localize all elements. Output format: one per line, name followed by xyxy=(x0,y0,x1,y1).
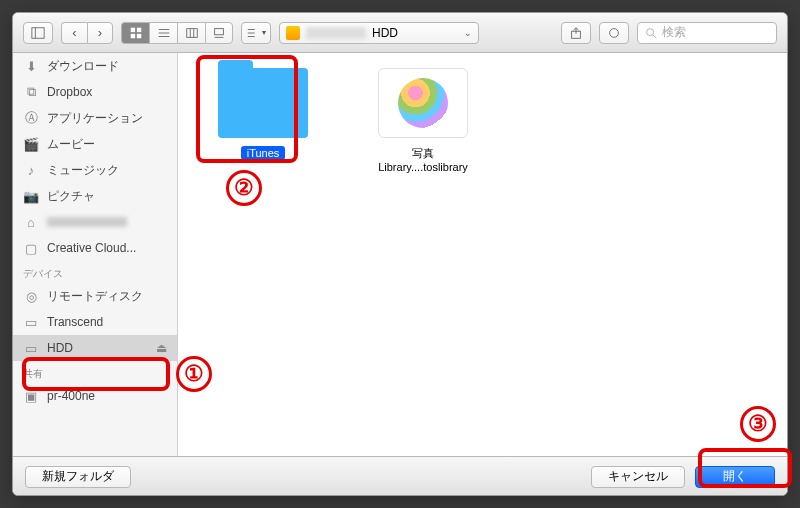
path-selector[interactable]: HDD ⌄ xyxy=(279,22,479,44)
sidebar-item-home[interactable]: ⌂ xyxy=(13,209,177,235)
search-placeholder: 検索 xyxy=(662,24,686,41)
picture-icon: 📷 xyxy=(23,188,39,204)
view-group xyxy=(121,22,233,44)
apps-icon: Ⓐ xyxy=(23,110,39,126)
folder-icon: ▢ xyxy=(23,240,39,256)
cancel-button[interactable]: キャンセル xyxy=(591,466,685,488)
svg-rect-9 xyxy=(186,28,197,37)
drive-icon xyxy=(286,26,300,40)
chevron-updown-icon: ⌄ xyxy=(464,28,472,38)
eject-icon[interactable]: ⏏ xyxy=(156,341,167,355)
svg-rect-4 xyxy=(130,33,134,37)
home-icon: ⌂ xyxy=(23,214,39,230)
column-view-button[interactable] xyxy=(177,22,205,44)
file-grid[interactable]: iTunes 写真 Library....toslibrary xyxy=(178,53,787,456)
svg-rect-12 xyxy=(215,28,224,34)
svg-rect-5 xyxy=(136,33,140,37)
drive-icon: ▭ xyxy=(23,340,39,356)
new-folder-button[interactable]: 新規フォルダ xyxy=(25,466,131,488)
disc-icon: ◎ xyxy=(23,288,39,304)
svg-line-20 xyxy=(653,34,657,38)
movie-icon: 🎬 xyxy=(23,136,39,152)
icon-view-button[interactable] xyxy=(121,22,149,44)
sidebar-item-applications[interactable]: Ⓐアプリケーション xyxy=(13,105,177,131)
svg-point-18 xyxy=(610,28,619,37)
tags-button[interactable] xyxy=(599,22,629,44)
sidebar-item-transcend[interactable]: ▭Transcend xyxy=(13,309,177,335)
search-icon xyxy=(644,26,658,40)
net-icon: ▣ xyxy=(23,388,39,404)
file-photos-library[interactable]: 写真 Library....toslibrary xyxy=(358,68,488,173)
drive-icon: ▭ xyxy=(23,314,39,330)
gallery-view-button[interactable] xyxy=(205,22,233,44)
list-view-button[interactable] xyxy=(149,22,177,44)
download-icon: ⬇ xyxy=(23,58,39,74)
search-input[interactable]: 検索 xyxy=(637,22,777,44)
finder-dialog: ‹ › ▾ HDD ⌄ 検索 ⬇ダウンロード ⧉Dropbox Ⓐアプリケーショ… xyxy=(12,12,788,496)
redacted-text xyxy=(47,217,127,227)
shared-header: 共有 xyxy=(13,361,177,383)
file-itunes-folder[interactable]: iTunes xyxy=(198,68,328,160)
svg-rect-0 xyxy=(32,27,44,38)
svg-rect-2 xyxy=(130,27,134,31)
main-area: ⬇ダウンロード ⧉Dropbox Ⓐアプリケーション 🎬ムービー ♪ミュージック… xyxy=(13,53,787,456)
svg-point-19 xyxy=(647,28,654,35)
sidebar-item-hdd[interactable]: ▭HDD⏏ xyxy=(13,335,177,361)
sidebar-item-remote-disk[interactable]: ◎リモートディスク xyxy=(13,283,177,309)
svg-rect-3 xyxy=(136,27,140,31)
music-icon: ♪ xyxy=(23,162,39,178)
dropbox-icon: ⧉ xyxy=(23,84,39,100)
sidebar-item-dropbox[interactable]: ⧉Dropbox xyxy=(13,79,177,105)
sidebar: ⬇ダウンロード ⧉Dropbox Ⓐアプリケーション 🎬ムービー ♪ミュージック… xyxy=(13,53,178,456)
sidebar-item-creative-cloud[interactable]: ▢Creative Cloud... xyxy=(13,235,177,261)
nav-group: ‹ › xyxy=(61,22,113,44)
open-button[interactable]: 開く xyxy=(695,466,775,488)
toolbar: ‹ › ▾ HDD ⌄ 検索 xyxy=(13,13,787,53)
devices-header: デバイス xyxy=(13,261,177,283)
file-label: iTunes xyxy=(241,146,286,160)
forward-button[interactable]: › xyxy=(87,22,113,44)
folder-icon xyxy=(218,68,308,138)
back-button[interactable]: ‹ xyxy=(61,22,87,44)
share-button[interactable] xyxy=(561,22,591,44)
sidebar-item-downloads[interactable]: ⬇ダウンロード xyxy=(13,53,177,79)
sidebar-item-movies[interactable]: 🎬ムービー xyxy=(13,131,177,157)
dialog-footer: 新規フォルダ キャンセル 開く xyxy=(13,456,787,496)
arrange-dropdown[interactable]: ▾ xyxy=(241,22,271,44)
path-drive-label: HDD xyxy=(372,26,398,40)
sidebar-item-pictures[interactable]: 📷ピクチャ xyxy=(13,183,177,209)
redacted-text xyxy=(306,27,366,39)
sidebar-item-music[interactable]: ♪ミュージック xyxy=(13,157,177,183)
file-label-line2: Library....toslibrary xyxy=(358,161,488,173)
file-label-line1: 写真 xyxy=(358,146,488,161)
sidebar-item-pr400ne[interactable]: ▣pr-400ne xyxy=(13,383,177,409)
photos-library-icon xyxy=(378,68,468,138)
sidebar-toggle-button[interactable] xyxy=(23,22,53,44)
